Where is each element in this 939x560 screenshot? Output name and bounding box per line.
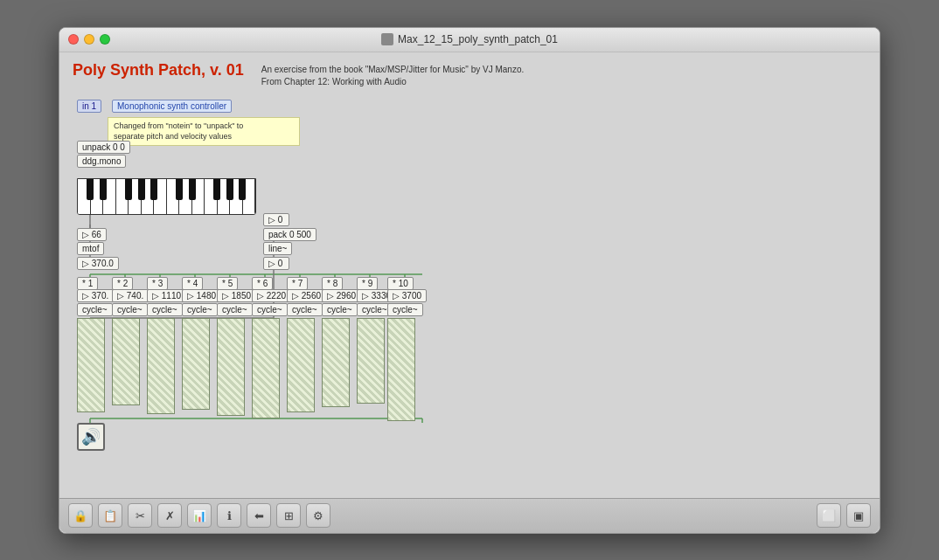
white-key[interactable] bbox=[116, 179, 129, 214]
line-obj[interactable]: line~ bbox=[263, 242, 292, 255]
speaker-icon: 🔊 bbox=[81, 427, 101, 446]
mult-5[interactable]: * 5 bbox=[217, 277, 238, 290]
mult-10[interactable]: * 10 bbox=[387, 277, 414, 290]
white-key[interactable] bbox=[91, 179, 104, 214]
mult-4[interactable]: * 4 bbox=[182, 277, 203, 290]
white-key[interactable] bbox=[154, 179, 167, 214]
delete-button[interactable]: ✗ bbox=[157, 503, 182, 528]
num-370-1[interactable]: ▷ 370. bbox=[77, 289, 114, 302]
traffic-lights bbox=[68, 34, 110, 45]
patch-area[interactable]: Poly Synth Patch, v. 01 An exercise from… bbox=[59, 52, 880, 498]
white-key[interactable] bbox=[179, 179, 192, 214]
white-key[interactable] bbox=[129, 179, 142, 214]
unpack-obj[interactable]: unpack 0 0 bbox=[77, 141, 130, 154]
view-single-button[interactable]: ⬜ bbox=[817, 503, 841, 528]
cycle-6[interactable]: cycle~ bbox=[252, 303, 288, 316]
num-0-bot[interactable]: ▷ 0 bbox=[263, 257, 289, 270]
cycle-4[interactable]: cycle~ bbox=[182, 303, 218, 316]
mtof-obj[interactable]: mtof bbox=[77, 242, 104, 255]
patch-title: Poly Synth Patch, v. 01 bbox=[73, 61, 244, 80]
white-key[interactable] bbox=[192, 179, 205, 214]
slider-7[interactable] bbox=[287, 318, 315, 412]
titlebar: Max_12_15_poly_synth_patch_01 bbox=[59, 28, 880, 52]
cycle-10[interactable]: cycle~ bbox=[387, 303, 423, 316]
copy-button[interactable]: 📋 bbox=[98, 503, 122, 528]
num-1110[interactable]: ▷ 1110 bbox=[147, 289, 186, 302]
num-0-top[interactable]: ▷ 0 bbox=[263, 213, 289, 226]
cycle-7[interactable]: cycle~ bbox=[287, 303, 323, 316]
num-2560[interactable]: ▷ 2560 bbox=[287, 289, 326, 302]
ddg-mono-obj[interactable]: ddg.mono bbox=[77, 155, 126, 168]
mult-1[interactable]: * 1 bbox=[77, 277, 98, 290]
patch-canvas[interactable]: in 1 Monophonic synth controller Changed… bbox=[73, 95, 866, 480]
maximize-button[interactable] bbox=[100, 34, 110, 45]
mult-9[interactable]: * 9 bbox=[357, 277, 378, 290]
pack-obj[interactable]: pack 0 500 bbox=[263, 228, 316, 241]
slider-1[interactable] bbox=[77, 318, 105, 412]
minimize-button[interactable] bbox=[84, 34, 94, 45]
mult-8[interactable]: * 8 bbox=[322, 277, 343, 290]
window-title: Max_12_15_poly_synth_patch_01 bbox=[381, 33, 558, 45]
info-button[interactable]: ℹ bbox=[217, 503, 241, 528]
back-button[interactable]: ⬅ bbox=[247, 503, 271, 528]
mult-7[interactable]: * 7 bbox=[287, 277, 308, 290]
white-key[interactable] bbox=[243, 179, 256, 214]
toolbar-left: 🔒 📋 ✂ ✗ 📊 ℹ ⬅ ⊞ ⚙ bbox=[68, 503, 330, 528]
settings-button[interactable]: ⚙ bbox=[306, 503, 330, 528]
slider-10[interactable] bbox=[387, 318, 415, 421]
cycle-5[interactable]: cycle~ bbox=[217, 303, 253, 316]
cycle-2[interactable]: cycle~ bbox=[112, 303, 148, 316]
main-window: Max_12_15_poly_synth_patch_01 Poly Synth… bbox=[59, 27, 880, 534]
mult-2[interactable]: * 2 bbox=[112, 277, 133, 290]
toolbar-right: ⬜ ▣ bbox=[817, 503, 871, 528]
slider-2[interactable] bbox=[112, 318, 140, 405]
slider-8[interactable] bbox=[322, 318, 350, 407]
window-icon bbox=[381, 33, 393, 45]
cycle-8[interactable]: cycle~ bbox=[322, 303, 358, 316]
num-1850[interactable]: ▷ 1850 bbox=[217, 289, 256, 302]
num-2960[interactable]: ▷ 2960 bbox=[322, 289, 361, 302]
mult-3[interactable]: * 3 bbox=[147, 277, 168, 290]
grid-button[interactable]: ⊞ bbox=[276, 503, 301, 528]
toolbar: 🔒 📋 ✂ ✗ 📊 ℹ ⬅ ⊞ ⚙ ⬜ ▣ bbox=[59, 498, 880, 533]
lock-button[interactable]: 🔒 bbox=[68, 503, 93, 528]
close-button[interactable] bbox=[68, 34, 79, 45]
mult-6[interactable]: * 6 bbox=[252, 277, 273, 290]
slider-5[interactable] bbox=[217, 318, 245, 416]
num-740[interactable]: ▷ 740. bbox=[112, 289, 149, 302]
num-1480[interactable]: ▷ 1480 bbox=[182, 289, 221, 302]
patch-description: An exercise from the book "Max/MSP/Jitte… bbox=[261, 64, 525, 88]
white-key[interactable] bbox=[142, 179, 155, 214]
num-2220[interactable]: ▷ 2220 bbox=[252, 289, 291, 302]
graph-button[interactable]: 📊 bbox=[187, 503, 212, 528]
dac-obj[interactable]: 🔊 bbox=[77, 423, 105, 451]
num-370-main[interactable]: ▷ 370.0 bbox=[77, 257, 119, 270]
slider-9[interactable] bbox=[357, 318, 385, 404]
white-key[interactable] bbox=[218, 179, 231, 214]
slider-4[interactable] bbox=[182, 318, 210, 410]
keyboard-keys[interactable] bbox=[77, 178, 256, 215]
num-3700[interactable]: ▷ 3700 bbox=[387, 289, 427, 302]
comment-changed: Changed from "notein" to "unpack" to sep… bbox=[108, 117, 300, 146]
cut-button[interactable]: ✂ bbox=[128, 503, 152, 528]
inlet-obj[interactable]: in 1 bbox=[77, 100, 101, 113]
slider-3[interactable] bbox=[147, 318, 175, 414]
piano-keyboard[interactable] bbox=[77, 178, 256, 215]
synth-controller-label: Monophonic synth controller bbox=[112, 100, 232, 113]
white-key[interactable] bbox=[205, 179, 218, 214]
num-66[interactable]: ▷ 66 bbox=[77, 228, 107, 241]
slider-6[interactable] bbox=[252, 318, 280, 418]
view-split-button[interactable]: ▣ bbox=[846, 503, 871, 528]
white-key[interactable] bbox=[230, 179, 243, 214]
white-key[interactable] bbox=[78, 179, 91, 214]
white-key[interactable] bbox=[167, 179, 180, 214]
cycle-1[interactable]: cycle~ bbox=[77, 303, 113, 316]
cycle-3[interactable]: cycle~ bbox=[147, 303, 183, 316]
white-key[interactable] bbox=[103, 179, 116, 214]
patch-header: Poly Synth Patch, v. 01 An exercise from… bbox=[73, 61, 866, 88]
